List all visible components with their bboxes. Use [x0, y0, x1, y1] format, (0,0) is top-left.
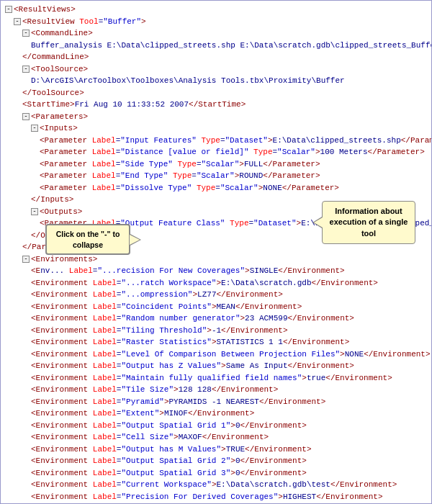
xml-line: <StartTime>Fri Aug 10 11:33:52 2007</Sta…	[22, 99, 427, 111]
xml-line: <Environment Label="Level Of Comparison …	[31, 348, 427, 361]
xml-line: -<CommandLine>	[22, 27, 427, 40]
xml-line: <Environment Label="Tile Size">128 128</…	[31, 384, 427, 396]
collapse-btn-environments[interactable]: -	[22, 256, 30, 263]
xml-line: <Environment Label="...ompression">LZ77<…	[31, 289, 427, 301]
xml-line: Buffer_analysis E:\Data\clipped_streets.…	[31, 40, 427, 52]
xml-line: <Environment Label="Extent">MINOF</Envir…	[31, 408, 427, 420]
collapse-btn-resultviews[interactable]: -	[5, 6, 12, 13]
collapse-btn-params[interactable]: -	[22, 113, 30, 120]
xml-line: <Parameter Label="Input Features" Type="…	[40, 135, 427, 147]
xml-line: <Environment Label="Pyramid">PYRAMIDS -1…	[31, 396, 427, 408]
xml-line: <Environment Label="Output Spatial Grid …	[31, 420, 427, 432]
info-tooltip: Information about execution of a single …	[322, 201, 415, 244]
collapse-btn-toolsource[interactable]: -	[22, 66, 30, 73]
xml-line: <Environment Label="Output Spatial Grid …	[31, 455, 427, 467]
xml-line: <Environment Label="Random number genera…	[31, 312, 427, 325]
collapse-callout: Click on the "-" to collapse	[45, 224, 130, 255]
xml-line: <Environment Label="Cell Size">MAXOF</En…	[31, 431, 427, 444]
xml-line: <Environment Label="Maintain fully quali…	[31, 372, 427, 384]
collapse-btn-inputs[interactable]: -	[31, 125, 38, 132]
xml-line: <Env... Label="...recision For New Cover…	[31, 265, 427, 277]
xml-line: -<Inputs>	[31, 122, 427, 135]
xml-line: <Environment Label="Raster Statistics">S…	[31, 336, 427, 348]
xml-line: </CommandLine>	[22, 51, 427, 63]
xml-line: <Environment Label="Output has Z Values"…	[31, 360, 427, 372]
xml-line: -<Parameters>	[22, 111, 427, 123]
xml-line: <Parameter Label="Side Type" Type="Scala…	[40, 158, 427, 171]
xml-line: -<ToolSource>	[22, 63, 427, 76]
xml-line: <Environment Label="Output has M Values"…	[31, 444, 427, 456]
xml-line: <Parameter Label="Dissolve Type" Type="S…	[40, 182, 427, 194]
xml-viewer[interactable]: Information about execution of a single …	[0, 0, 432, 504]
xml-line: -<ResultViews>	[5, 4, 427, 16]
collapse-btn-resultview[interactable]: -	[14, 18, 21, 25]
xml-line: <Environment Label="...ratch Workspace">…	[31, 277, 427, 289]
xml-line: -<ResultView Tool="Buffer">	[14, 16, 427, 28]
xml-line: <Parameter Label="End Type" Type="Scalar…	[40, 170, 427, 182]
collapse-btn-cmdline[interactable]: -	[22, 30, 30, 37]
xml-line: <Parameter Label="Distance [value or fie…	[40, 146, 427, 158]
xml-line: <Environment Label="Output Spatial Grid …	[31, 467, 427, 480]
xml-line: <Environment Label="Coincident Points">M…	[31, 301, 427, 313]
xml-line: </ToolSource>	[22, 87, 427, 99]
xml-line: <Environment Label="Precision For Derive…	[31, 491, 427, 503]
xml-line: D:\ArcGIS\ArcToolbox\Toolboxes\Analysis …	[31, 75, 427, 87]
collapse-btn-outputs[interactable]: -	[31, 208, 38, 215]
xml-line: <Environment Label="Tiling Threshold">-1…	[31, 325, 427, 337]
xml-line: <Environment Label="Current Workspace">E…	[31, 479, 427, 491]
